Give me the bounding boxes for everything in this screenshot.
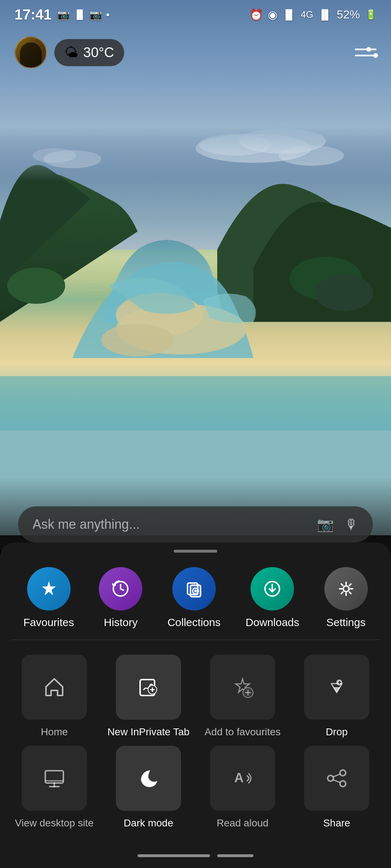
battery-indicator: 52% (337, 8, 360, 21)
favourites-label: Favourites (23, 616, 74, 629)
bottom-nav-indicator (0, 854, 391, 857)
bottom-panel: Favourites History (0, 542, 391, 868)
status-bar: 17:41 📷 ▐▌ 📷 ● ⏰ ◉ ▐▌ 4G ▐▌ 52% 🔋 (0, 0, 391, 29)
menu-item-dark-mode[interactable]: Dark mode (105, 746, 192, 830)
alarm-icon: ⏰ (249, 8, 263, 21)
quick-actions-row: Favourites History (0, 553, 391, 639)
volume-slider[interactable] (355, 55, 377, 56)
status-icons: 📷 ▐▌ 📷 ● (57, 9, 110, 21)
drop-label: Drop (326, 726, 348, 739)
dot-icon: ● (106, 11, 110, 18)
avatar-weather-group: 🌤 30°C (14, 36, 124, 69)
quick-action-downloads[interactable]: Downloads (245, 567, 299, 629)
avatar-silhouette (20, 42, 42, 68)
view-desktop-site-label: View desktop site (15, 817, 93, 830)
quick-action-favourites[interactable]: Favourites (23, 567, 74, 629)
instagram-icon-2: 📷 (89, 9, 102, 21)
quick-settings[interactable] (355, 48, 377, 56)
signal-icon: ▐▌ (73, 9, 86, 20)
menu-grid: Home New InPrivate Tab (0, 640, 391, 841)
new-inprivate-tab-label: New InPrivate Tab (108, 726, 190, 739)
svg-line-40 (333, 780, 340, 783)
read-aloud-label: Read aloud (216, 817, 268, 830)
add-to-favourites-label: Add to favourites (205, 726, 281, 739)
svg-point-22 (343, 586, 349, 592)
svg-point-38 (340, 781, 346, 787)
menu-item-add-to-favourites[interactable]: Add to favourites (199, 655, 286, 739)
dark-mode-icon-box (116, 746, 181, 811)
downloads-icon-circle (251, 567, 294, 610)
camera-icon[interactable]: 📷 (317, 516, 334, 532)
collections-label: Collections (167, 616, 220, 629)
search-action-icons: 📷 🎙 (317, 516, 358, 532)
settings-label: Settings (326, 616, 365, 629)
svg-text:A: A (234, 770, 244, 785)
status-right: ⏰ ◉ ▐▌ 4G ▐▌ 52% 🔋 (249, 8, 377, 21)
nav-line-secondary (217, 854, 253, 857)
home-icon-box (22, 655, 87, 720)
share-label: Share (323, 817, 350, 830)
weather-temperature: 30°C (83, 45, 114, 60)
settings-icon-circle (324, 567, 368, 610)
menu-item-home[interactable]: Home (11, 655, 98, 739)
instagram-icon: 📷 (57, 9, 70, 21)
home-label: Home (41, 726, 68, 739)
status-left: 17:41 📷 ▐▌ 📷 ● (14, 7, 110, 23)
menu-item-read-aloud[interactable]: A Read aloud (199, 746, 286, 830)
dark-mode-label: Dark mode (124, 817, 173, 830)
svg-line-39 (333, 774, 340, 777)
menu-item-share[interactable]: Share (293, 746, 380, 830)
weather-icon: 🌤 (64, 45, 78, 60)
menu-item-drop[interactable]: Drop (293, 655, 380, 739)
network-type: 4G (300, 9, 313, 20)
signal-bars-icon: ▐▌ (282, 9, 296, 20)
new-inprivate-tab-icon-box (116, 655, 181, 720)
share-icon-box (304, 746, 369, 811)
microphone-icon[interactable]: 🎙 (345, 517, 358, 532)
battery-icon: 🔋 (365, 9, 377, 20)
read-aloud-icon-box: A (210, 746, 275, 811)
view-desktop-site-icon-box (22, 746, 87, 811)
quick-action-settings[interactable]: Settings (324, 567, 368, 629)
top-widgets: 🌤 30°C (0, 29, 391, 76)
quick-action-history[interactable]: History (99, 567, 142, 629)
brightness-slider[interactable] (355, 48, 377, 50)
status-time: 17:41 (14, 7, 51, 23)
signal-bars-2-icon: ▐▌ (318, 9, 332, 20)
quick-action-collections[interactable]: Collections (167, 567, 220, 629)
avatar (14, 36, 47, 69)
wifi-icon: ◉ (268, 8, 277, 21)
svg-point-13 (315, 275, 373, 311)
svg-point-9 (101, 324, 174, 356)
svg-point-11 (7, 268, 65, 304)
menu-item-view-desktop-site[interactable]: View desktop site (11, 746, 98, 830)
add-to-favourites-icon-box (210, 655, 275, 720)
history-icon-circle (99, 567, 142, 610)
history-label: History (104, 616, 138, 629)
menu-item-new-inprivate-tab[interactable]: New InPrivate Tab (105, 655, 192, 739)
favourites-icon-circle (27, 567, 71, 610)
panel-handle (174, 550, 217, 553)
weather-widget[interactable]: 🌤 30°C (54, 39, 124, 66)
svg-point-36 (340, 770, 346, 776)
search-placeholder[interactable]: Ask me anything... (33, 517, 317, 532)
svg-rect-10 (0, 376, 391, 430)
drop-icon-box (304, 655, 369, 720)
nav-line-main (138, 854, 210, 857)
collections-icon-circle (172, 567, 216, 610)
search-bar[interactable]: Ask me anything... 📷 🎙 (18, 506, 373, 542)
downloads-label: Downloads (245, 616, 299, 629)
svg-point-37 (328, 775, 333, 781)
